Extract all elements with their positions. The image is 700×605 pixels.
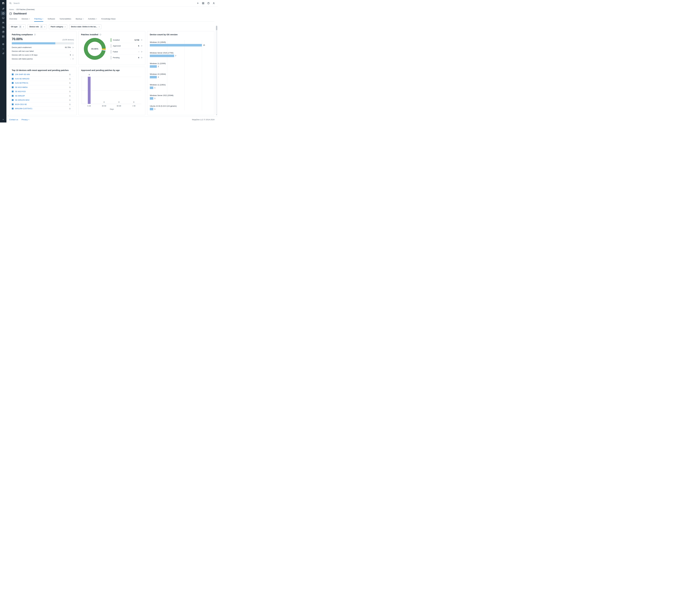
legend-row-approved[interactable]: Approved5 <box>111 43 143 49</box>
ninjaone-logo[interactable]: n <box>2 1 4 5</box>
compliance-row-label: Devices with no scans in 30 days <box>12 54 70 56</box>
filter-os-type[interactable]: OS type3▾ <box>9 24 26 29</box>
history-icon[interactable]: ↺ <box>1 51 6 55</box>
filter-device-role[interactable]: Device role2▾ <box>28 24 47 29</box>
compliance-rows: Device patch enablement93.75%Devices wit… <box>12 46 74 61</box>
info-icon[interactable] <box>99 33 101 35</box>
contact-us-link[interactable]: Contact us <box>9 119 18 121</box>
chevron-right-icon <box>141 57 143 58</box>
chevron-right-icon <box>72 58 74 60</box>
os-version-label: Ubuntu 22.04 (5.15.0-122-generic) <box>150 105 212 107</box>
compliance-row[interactable]: Devices with no scans in 30 days9 <box>12 53 74 57</box>
compliance-row[interactable]: Devices with last scan failed- <box>12 49 74 53</box>
device-row[interactable]: W10I-CEO-SE1 <box>12 102 74 107</box>
search-input[interactable] <box>14 2 196 4</box>
device-row[interactable]: AUS-SETPM-011 <box>12 81 74 85</box>
legend-value: 4 <box>138 56 139 59</box>
breadcrumb: Home › OS Patches (Overview) <box>9 8 218 10</box>
tab-patching[interactable]: Patching▾ <box>34 17 43 22</box>
monitor-icon[interactable] <box>1 16 6 20</box>
tab-knowledge-base[interactable]: Knowledge Base <box>101 17 116 22</box>
filter-patch-category[interactable]: Patch category▾ <box>49 24 67 29</box>
device-row[interactable]: SE-WIN10S-WH21 <box>12 98 74 102</box>
device-link[interactable]: 10K-SHIP-SE-NIN <box>15 73 70 75</box>
device-patch-count: 1 <box>70 82 70 84</box>
compliance-row-label: Device patch enablement <box>12 47 65 48</box>
gear-icon[interactable]: ⚙ <box>1 42 6 46</box>
device-link[interactable]: W10I-CEO-SE <box>15 103 70 105</box>
tab-label: Overview <box>9 18 17 20</box>
scroll-left-icon[interactable]: ◂ <box>7 115 8 116</box>
devices-icon[interactable] <box>1 25 6 29</box>
os-bar-groups: Windows 10 (19045)15Windows Server 2019 … <box>150 41 212 110</box>
device-row[interactable]: AUS-SE-WIN10O1 <box>12 77 74 81</box>
device-link[interactable]: SE-WIN10S-WH2 <box>15 99 70 101</box>
device-link[interactable]: SE-W10-NMSA <box>15 86 70 88</box>
breadcrumb-home-link[interactable]: Home <box>9 8 14 10</box>
device-row[interactable]: WIN10M-CUSTSVC11 <box>12 106 74 111</box>
device-link[interactable]: WIN10M-CUSTSVC1 <box>15 107 70 109</box>
tab-overview[interactable]: Overview <box>9 17 17 22</box>
users-icon[interactable] <box>1 21 6 25</box>
account-icon[interactable] <box>212 1 216 5</box>
compliance-row[interactable]: Device patch enablement93.75% <box>12 46 74 49</box>
chevron-down-icon: ▾ <box>29 119 29 120</box>
tab-vulnerabilities[interactable]: Vulnerabilities <box>59 17 71 22</box>
os-count-bar <box>150 97 153 100</box>
apps-grid-icon[interactable] <box>201 1 205 5</box>
tab-activities[interactable]: Activities▾ <box>88 17 97 22</box>
server-icon[interactable] <box>1 34 6 39</box>
tab-label: Knowledge Base <box>101 18 116 20</box>
tab-software[interactable]: Software <box>47 17 55 22</box>
sidebar-nav <box>1 7 6 39</box>
legend-row-pending[interactable]: Pending4 <box>111 55 143 60</box>
dashboard-icon[interactable] <box>1 11 6 16</box>
device-link[interactable]: SE-W10-RJ3 <box>15 91 70 93</box>
scroll-down-icon[interactable]: ▾ <box>216 114 218 115</box>
os-bar-group: Windows 10 (19044)2 <box>150 73 212 78</box>
windows-icon <box>12 86 14 88</box>
device-link[interactable]: AUS-SETPM-01 <box>15 82 70 84</box>
filter-device-state-online-in-t[interactable]: Device state: Online in the las...▾ <box>69 24 101 29</box>
legend-row-failed[interactable]: Failed- <box>111 49 143 55</box>
expand-sidebar-icon[interactable]: » <box>2 118 4 121</box>
os-bar-group: Windows 10 (19045)15 <box>150 41 212 47</box>
help-icon[interactable] <box>206 1 210 5</box>
device-link[interactable]: AUS-SE-WIN10O <box>15 78 70 80</box>
device-patch-count: 1 <box>70 91 70 93</box>
rocket-icon[interactable] <box>1 7 6 11</box>
os-count-bar <box>150 108 153 110</box>
device-row[interactable]: SE-W10-NMSA1 <box>12 85 74 90</box>
legend-row-installed[interactable]: Installed6,718 <box>111 37 143 43</box>
windows-icon <box>12 91 14 92</box>
device-row[interactable]: SE-WIN10P1 <box>12 94 74 98</box>
os-version-label: Windows 10 (19044) <box>150 73 212 75</box>
device-row[interactable]: SE-W10-RJ31 <box>12 90 74 94</box>
age-bar-value: 0 <box>133 101 134 103</box>
sidebar: n ⚙☆↺ » <box>0 0 6 123</box>
os-version-chart: Windows 10 (19045)15Windows Server 2019 … <box>150 41 212 110</box>
tab-devices[interactable]: Devices▾ <box>21 17 30 22</box>
device-row[interactable]: 10K-SHIP-SE-NIN1 <box>12 72 74 77</box>
chevron-down-icon: ▾ <box>99 26 100 28</box>
scrollbar-thumb[interactable] <box>216 26 217 30</box>
filter-bar: OS type3▾Device role2▾Patch category▾Dev… <box>9 24 218 29</box>
filter-count-badge: 3 <box>19 25 22 28</box>
device-patch-count: 1 <box>70 73 70 75</box>
add-icon[interactable]: + <box>196 1 200 5</box>
donut-legend: Installed6,718Approved5Failed-Pending4 <box>111 37 143 60</box>
privacy-link[interactable]: Privacy ▾ <box>22 119 29 121</box>
os-count-value: 15 <box>203 44 205 46</box>
star-icon[interactable]: ☆ <box>1 47 6 51</box>
tab-label: Activities <box>88 18 95 20</box>
tab-backup[interactable]: Backup▾ <box>76 17 84 22</box>
os-count-value: 1 <box>154 108 155 110</box>
info-icon[interactable] <box>34 33 36 35</box>
pie-chart-icon[interactable] <box>1 30 6 34</box>
compliance-row[interactable]: Devices with failed patches- <box>12 57 74 61</box>
device-link[interactable]: SE-WIN10P <box>15 95 70 97</box>
privacy-label: Privacy <box>22 119 28 121</box>
vertical-scrollbar[interactable]: ▾ <box>216 25 218 116</box>
copyright: NinjaOne LLC © 2014-2024 <box>192 119 215 121</box>
legend-color-bar <box>111 38 111 42</box>
